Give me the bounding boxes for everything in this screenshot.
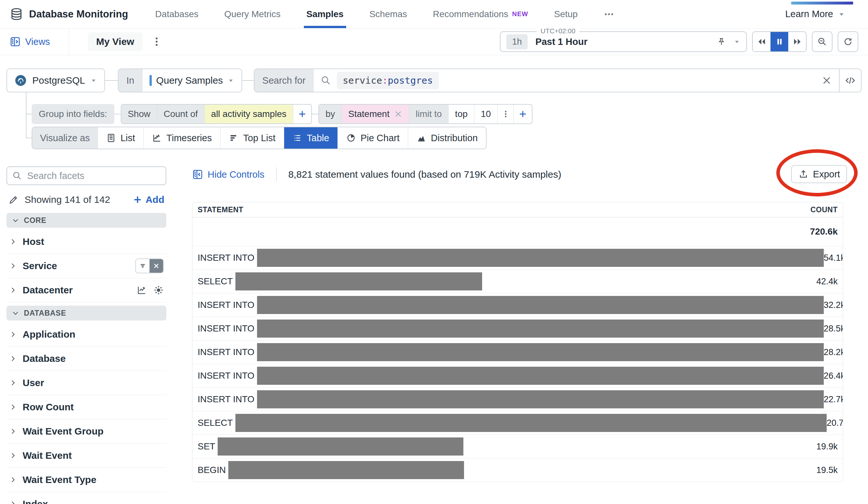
gear-icon[interactable]	[153, 285, 164, 295]
learn-more-button[interactable]: Learn More	[785, 9, 845, 19]
facet-row[interactable]: Index	[7, 492, 166, 504]
query-token[interactable]: service:postgres	[337, 72, 438, 89]
facet-row[interactable]: Wait Event Group	[7, 419, 166, 444]
facet-search-input[interactable]	[27, 170, 161, 182]
forward-button[interactable]	[788, 32, 806, 51]
by-label: by	[319, 105, 342, 123]
remove-groupby-icon[interactable]	[394, 110, 402, 118]
refresh-button[interactable]	[838, 31, 858, 52]
table-row[interactable]: INSERT INTO 28.5k	[193, 317, 843, 341]
facet-row[interactable]: Datacenter	[7, 278, 166, 302]
viz-option[interactable]: Top List	[220, 127, 284, 149]
time-range-picker[interactable]: UTC+02:00 1h Past 1 Hour	[500, 31, 747, 52]
viz-option[interactable]: Table	[284, 127, 338, 149]
hide-controls-button[interactable]: Hide Controls	[192, 169, 265, 180]
count-value: 19.9k	[816, 442, 838, 452]
facet-section-core[interactable]: CORE	[7, 213, 166, 228]
edit-facets-icon[interactable]	[8, 194, 19, 205]
close-icon[interactable]	[149, 259, 163, 273]
line-chart-icon[interactable]	[137, 285, 147, 295]
count-of-label: Count of	[157, 105, 205, 123]
search-icon	[12, 171, 22, 181]
viz-option[interactable]: Pie Chart	[338, 127, 408, 149]
viz-option[interactable]: Distribution	[408, 127, 486, 149]
facet-search-box[interactable]	[7, 167, 166, 185]
source-selector[interactable]: PostgreSQL	[7, 69, 105, 92]
redacted-statement-bar	[257, 390, 824, 409]
facet-label: Row Count	[23, 402, 74, 413]
connector-line	[114, 114, 121, 114]
viz-option[interactable]: Timeseries	[143, 127, 220, 149]
filter-icon[interactable]	[136, 259, 149, 273]
facet-row[interactable]: Database	[7, 347, 166, 371]
facet-label: Host	[23, 236, 44, 247]
nav-tab[interactable]: Setup	[554, 0, 578, 28]
playback-group	[752, 31, 807, 52]
viz-option[interactable]: List	[97, 127, 143, 149]
postgresql-logo-icon	[14, 74, 27, 87]
export-button[interactable]: Export	[791, 165, 847, 183]
nav-more-button[interactable]	[603, 9, 614, 20]
views-button[interactable]: Views	[10, 36, 50, 47]
table-row[interactable]: INSERT INTO 32.2k	[193, 293, 843, 317]
top-selector[interactable]: top	[448, 105, 474, 123]
nav-tab[interactable]: Databases	[155, 0, 199, 28]
current-view-name[interactable]: My View	[88, 32, 143, 51]
facet-summary-row: Showing 141 of 142 Add	[7, 194, 166, 205]
facet-row[interactable]: Application	[7, 322, 166, 347]
table-row[interactable]: INSERT INTO 28.2k	[193, 341, 843, 364]
facet-label: Index	[23, 498, 48, 504]
redacted-statement-bar	[257, 296, 824, 314]
search-input[interactable]: service:postgres	[313, 69, 839, 92]
zoom-out-button[interactable]	[812, 31, 833, 52]
facet-label: Service	[23, 260, 57, 271]
pin-icon[interactable]	[716, 37, 726, 47]
count-value: 26.4k	[824, 371, 843, 381]
nav-tab[interactable]: Samples	[307, 0, 344, 28]
viz-option-icon	[346, 133, 356, 143]
search-box: Search for service:postgres	[254, 69, 861, 92]
column-statement[interactable]: STATEMENT	[198, 205, 244, 214]
column-count[interactable]: COUNT	[810, 205, 838, 214]
add-facet-button[interactable]: Add	[133, 194, 164, 205]
facet-row[interactable]: Service	[7, 254, 166, 278]
clear-search-button[interactable]	[822, 75, 832, 85]
add-groupby-button[interactable]	[514, 105, 532, 123]
table-row[interactable]: INSERT INTO 54.1k	[193, 246, 843, 270]
add-measure-button[interactable]	[293, 105, 311, 123]
table-row[interactable]: INSERT INTO 22.7k	[193, 388, 843, 411]
scope-selector[interactable]: In Query Samples	[118, 69, 242, 92]
connector-line	[242, 80, 254, 81]
code-view-button[interactable]	[839, 69, 861, 92]
nav-tab[interactable]: Query Metrics	[224, 0, 280, 28]
groupby-options-kebab[interactable]	[498, 105, 514, 123]
facet-row[interactable]: Host	[7, 230, 166, 254]
facet-row[interactable]: Row Count	[7, 395, 166, 419]
pause-button[interactable]	[771, 32, 788, 51]
facet-filter-pill	[135, 259, 164, 273]
visualize-as-label: Visualize as	[32, 127, 97, 149]
rewind-button[interactable]	[753, 32, 771, 51]
table-row[interactable]: SELECT 20.7k	[193, 411, 843, 435]
visualize-row: Visualize as List Timeseries Top List Ta…	[32, 127, 487, 149]
table-row[interactable]: SELECT 42.4k	[193, 270, 843, 293]
facet-section-database[interactable]: DATABASE	[7, 306, 166, 321]
statement-label: INSERT INTO	[198, 300, 255, 310]
table-row[interactable]: INSERT INTO 26.4k	[193, 364, 843, 388]
measure-value[interactable]: all activity samples	[205, 105, 293, 123]
view-options-kebab[interactable]	[152, 36, 162, 47]
facet-row[interactable]: Wait Event	[7, 444, 166, 468]
table-row[interactable]: BEGIN 19.5k	[193, 458, 843, 482]
viz-options: List Timeseries Top List Table Pie Chart…	[97, 127, 486, 149]
table-row[interactable]: 720.6k	[193, 218, 843, 246]
top-n-value[interactable]: 10	[474, 105, 498, 123]
nav-tab[interactable]: Recommendations NEW	[433, 0, 528, 28]
chevron-down-icon[interactable]	[733, 38, 741, 45]
facet-row[interactable]: Wait Event Type	[7, 468, 166, 492]
count-value: 54.1k	[824, 253, 843, 263]
nav-tab[interactable]: Schemas	[369, 0, 407, 28]
groupby-chip[interactable]: Statement	[342, 105, 410, 123]
facet-row[interactable]: User	[7, 371, 166, 395]
grouping-row: Group into fields: Show Count of all act…	[32, 104, 533, 124]
table-row[interactable]: SET 19.9k	[193, 435, 843, 458]
